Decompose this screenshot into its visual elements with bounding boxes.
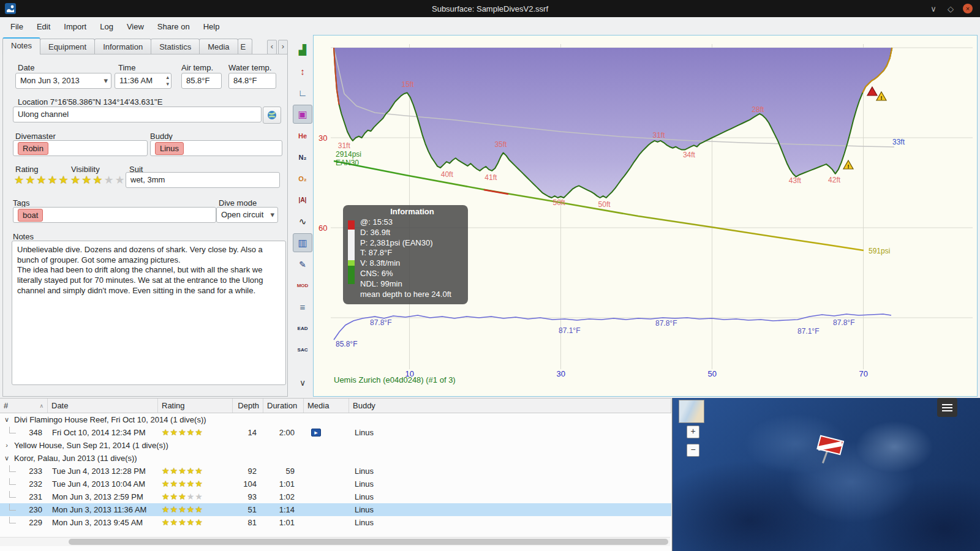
star-3[interactable]: ★ [178,517,187,527]
star-2[interactable]: ★ [170,517,179,527]
star-2[interactable]: ★ [81,174,92,186]
dive-row-232[interactable]: 232Tue Jun 4, 2013 10:04 AM★★★★★1041:01L… [0,478,671,490]
scroll-down-icon[interactable]: ∨ [293,373,312,392]
time-input[interactable]: 11:36 AM ▴▾ [115,73,172,89]
mod-icon[interactable]: MOD [293,276,312,295]
notes-textarea[interactable]: Unbelievable dive. Dozens and dozens of … [12,241,286,385]
star-5[interactable]: ★ [195,479,203,489]
tank-pressure-icon[interactable]: ▥ [293,233,312,252]
dive-row-348[interactable]: 348Fri Oct 10, 2014 12:34 PM★★★★★142:00▶… [0,426,671,439]
star-1[interactable]: ★ [162,427,170,437]
star-5[interactable]: ★ [195,466,203,476]
star-4[interactable]: ★ [104,174,115,186]
star-1[interactable]: ★ [70,174,81,186]
star-4[interactable]: ★ [187,517,195,527]
star-3[interactable]: ★ [178,492,187,501]
map-menu-button[interactable] [937,398,957,417]
zoom-out-button[interactable]: − [687,444,699,457]
star-2[interactable]: ★ [170,492,179,501]
dive-site-marker[interactable] [811,433,844,471]
labels-icon[interactable]: |A| [293,190,312,209]
column-header-date[interactable]: Date [48,399,158,413]
tab-e[interactable]: E [238,39,252,54]
n2-icon[interactable]: N₂ [293,148,312,167]
visibility-stars[interactable]: ★★★★★ [70,174,126,186]
buddy-tag[interactable]: Linus [155,142,184,155]
star-1[interactable]: ★ [162,517,170,527]
column-header-rating[interactable]: Rating [158,399,233,413]
title-bar[interactable]: Subsurface: SampleDivesV2.ssrf ∨ ◇ × [0,0,980,17]
tab-scroll-right[interactable]: › [278,40,288,54]
tab-information[interactable]: Information [94,39,151,54]
dc-ceiling-icon[interactable]: ↕ [293,62,312,81]
tab-scroll-left[interactable]: ‹ [267,40,277,54]
scrollbar-handle[interactable] [69,539,668,545]
tab-media[interactable]: Media [199,39,238,54]
menu-edit[interactable]: Edit [30,20,57,34]
dive-profile[interactable]: 10305070306033ft2914psiEAN30591psi31ft15… [313,35,978,397]
trip-row[interactable]: ›Yellow House, Sun Sep 21, 2014 (1 dive(… [0,439,671,452]
zoom-in-button[interactable]: + [687,425,699,438]
ead-icon[interactable]: EAD [293,319,312,338]
collapse-icon[interactable]: ∨ [4,413,10,426]
star-1[interactable]: ★ [14,174,25,186]
star-5[interactable]: ★ [59,174,70,186]
minimize-icon[interactable]: ∨ [929,4,938,13]
pictures-icon[interactable]: ▣ [293,105,312,124]
star-3[interactable]: ★ [178,427,187,437]
column-header-depth[interactable]: Depth [233,399,263,413]
rating-stars[interactable]: ★★★★★ [14,174,70,186]
star-3[interactable]: ★ [36,174,47,186]
column-header-media[interactable]: Media [304,399,349,413]
tag-boat[interactable]: boat [18,209,43,222]
star-2[interactable]: ★ [170,427,179,437]
divemaster-tag[interactable]: Robin [18,142,48,155]
star-5[interactable]: ★ [115,174,126,186]
star-1[interactable]: ★ [162,492,170,501]
star-1[interactable]: ★ [162,504,170,514]
sac-icon[interactable]: SAC [293,340,312,359]
divemode-select[interactable]: Open circuit▾ [216,207,278,223]
menu-help[interactable]: Help [197,20,227,34]
star-2[interactable]: ★ [170,466,179,476]
divemaster-input[interactable]: Robin [13,140,148,156]
star-3[interactable]: ★ [92,174,104,186]
star-3[interactable]: ★ [178,479,187,489]
suit-input[interactable]: wet, 3mm [126,172,280,188]
minimap-overlay[interactable] [679,400,704,423]
star-3[interactable]: ★ [178,504,187,514]
menu-share-on[interactable]: Share on [151,20,197,34]
star-5[interactable]: ★ [195,492,203,501]
star-4[interactable]: ★ [47,174,58,186]
ink-icon[interactable]: ✎ [293,255,312,274]
menu-log[interactable]: Log [93,20,120,34]
dive-row-230[interactable]: 230Mon Jun 3, 2013 11:36 AM★★★★★511:14Li… [0,503,671,516]
column-header-duration[interactable]: Duration [263,399,304,413]
star-2[interactable]: ★ [170,504,179,514]
tab-notes[interactable]: Notes [2,37,40,54]
media-icon[interactable]: ▶ [311,429,321,437]
o2-icon[interactable]: O₂ [293,169,312,188]
tissue-icon[interactable]: ≡ [293,298,312,317]
star-4[interactable]: ★ [187,504,195,514]
star-4[interactable]: ★ [187,427,195,437]
dive-row-229[interactable]: 229Mon Jun 3, 2013 9:45 AM★★★★★811:01Lin… [0,516,671,529]
star-4[interactable]: ★ [187,492,195,501]
star-5[interactable]: ★ [195,427,203,437]
watertemp-field[interactable]: 84.8°F [228,73,276,89]
menu-import[interactable]: Import [57,20,93,34]
profile-tooltip[interactable]: Information @: 15:53D: 36.9ftP: 2,381psi… [343,205,468,304]
collapse-icon[interactable]: ∨ [4,452,10,465]
star-4[interactable]: ★ [187,479,195,489]
ceiling-icon[interactable]: ▟ [293,40,312,59]
horizontal-scrollbar[interactable] [0,537,670,546]
star-1[interactable]: ★ [162,479,170,489]
star-2[interactable]: ★ [25,174,36,186]
star-3[interactable]: ★ [178,466,187,476]
airtemp-field[interactable]: 85.8°F [181,73,222,89]
star-5[interactable]: ★ [195,504,203,514]
map-panel[interactable]: + − [672,398,980,551]
star-1[interactable]: ★ [162,466,170,476]
buddy-input[interactable]: Linus [150,140,282,156]
trip-row[interactable]: ∨Divi Flamingo House Reef, Fri Oct 10, 2… [0,413,671,426]
